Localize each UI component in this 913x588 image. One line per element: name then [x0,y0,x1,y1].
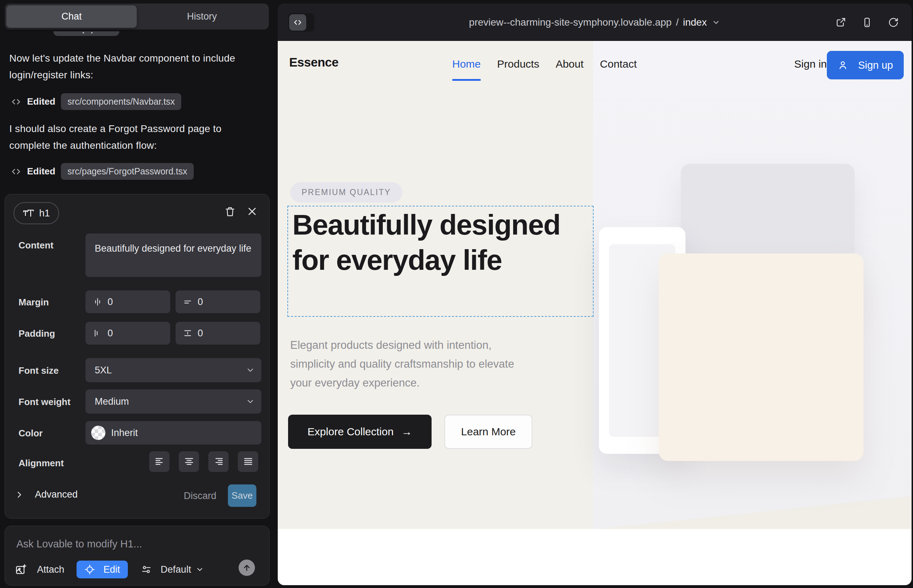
align-left-button[interactable] [149,451,170,472]
tab-chat[interactable]: Chat [6,5,137,28]
learn-more-button[interactable]: Learn More [444,415,533,449]
preview-toolbar: preview--charming-site-symphony.lovable.… [278,3,911,41]
font-size-select[interactable]: 5XL [86,358,261,382]
padding-horizontal-icon [92,328,102,338]
color-select[interactable]: Inherit [86,421,261,444]
margin-vertical-icon [183,297,193,307]
chevron-down-icon [712,18,720,27]
color-label: Color [18,428,43,439]
margin-label: Margin [18,297,49,308]
signup-button[interactable]: Sign up [827,51,904,79]
hero-heading[interactable]: Beautifully designed for everyday life [292,207,584,278]
save-button[interactable]: Save [228,485,256,507]
nav-link-home[interactable]: Home [452,58,481,70]
font-size-label: Font size [18,365,59,376]
edited-label: Edited [27,96,55,107]
hero-paragraph: Elegant products designed with intention… [290,336,525,392]
delete-element-button[interactable] [222,204,238,219]
chat-history-tabs: Chat History [5,3,269,29]
chat-composer: Ask Lovable to modify H1... Attach Edit … [5,526,270,585]
code-icon [11,166,21,177]
content-input[interactable]: Beautifully designed for everyday life [86,234,261,277]
padding-vertical-icon [183,328,193,338]
url-breadcrumb[interactable]: preview--charming-site-symphony.lovable.… [278,3,911,41]
chat-message: Now let's update the Navbar component to… [9,50,262,83]
font-weight-select[interactable]: Medium [86,389,261,414]
site-navbar: Essence Home Products About Contact Sign… [278,41,911,91]
explore-collection-button[interactable]: Explore Collection → [288,415,432,449]
url-page: index [683,17,707,28]
chat-message: I should also create a Forgot Password p… [9,120,262,154]
selected-element-outline[interactable]: Beautifully designed for everyday life [287,206,594,317]
discard-button[interactable]: Discard [184,491,217,501]
preview-pane: preview--charming-site-symphony.lovable.… [278,3,911,585]
code-icon [11,97,21,107]
nav-link-products[interactable]: Products [497,58,539,70]
align-center-button[interactable] [179,451,199,472]
align-right-button[interactable] [208,451,228,472]
hero-section: Essence Home Products About Contact Sign… [278,41,911,529]
mode-select[interactable]: Default [141,564,204,575]
close-editor-button[interactable] [244,204,260,219]
tab-history[interactable]: History [137,5,267,28]
url-separator: / [676,17,679,28]
transparent-swatch-icon [91,426,105,440]
url-domain: preview--charming-site-symphony.lovable.… [469,17,672,28]
composer-input[interactable]: Ask Lovable to modify H1... [16,538,142,550]
selected-element-badge[interactable]: h1 [13,202,59,224]
element-editor-panel: h1 Content Beautifully designed for ever… [5,194,270,519]
padding-vertical-input[interactable]: 0 [176,322,260,344]
alignment-label: Alignment [18,458,64,469]
margin-vertical-input[interactable]: 0 [176,291,260,313]
element-tag-label: h1 [39,208,50,219]
premium-quality-badge: PREMIUM QUALITY [290,182,402,202]
nav-link-contact[interactable]: Contact [600,58,637,70]
edited-file-row[interactable]: Edited src/pages/ForgotPassword.tsx [11,163,194,180]
font-weight-label: Font weight [18,396,71,407]
file-path-chip[interactable]: src/pages/ForgotPassword.tsx [61,163,193,180]
nav-link-about[interactable]: About [555,58,583,70]
content-label: Content [18,240,53,251]
margin-horizontal-input[interactable]: 0 [86,291,170,313]
signin-link[interactable]: Sign in [794,58,827,70]
align-justify-button[interactable] [238,451,258,472]
chevron-down-icon [246,397,255,406]
mobile-view-button[interactable] [862,17,873,28]
edited-label: Edited [27,166,55,177]
padding-horizontal-input[interactable]: 0 [86,322,170,344]
edited-file-row[interactable]: Edited src/components/Navbar.tsx [11,93,181,110]
refresh-button[interactable] [888,17,899,28]
send-button[interactable] [239,559,255,576]
edit-mode-button[interactable]: Edit [76,561,128,578]
hero-card-cream [659,254,863,461]
scrolled-chip-fragment [53,31,119,36]
margin-horizontal-icon [92,297,102,307]
chevron-down-icon [246,365,255,375]
attach-button[interactable]: Attach [15,564,65,575]
site-logo[interactable]: Essence [289,55,338,69]
lovable-app: Chat History Now let's update the Navbar… [0,0,913,588]
open-external-button[interactable] [835,17,846,28]
padding-label: Padding [18,328,55,339]
site-preview: Essence Home Products About Contact Sign… [278,41,911,585]
hero-diagonal-wedge [598,496,911,529]
advanced-toggle[interactable]: Advanced [15,489,78,500]
arrow-right-icon: → [401,426,412,438]
file-path-chip[interactable]: src/components/Navbar.tsx [61,93,181,110]
type-icon [23,208,34,218]
